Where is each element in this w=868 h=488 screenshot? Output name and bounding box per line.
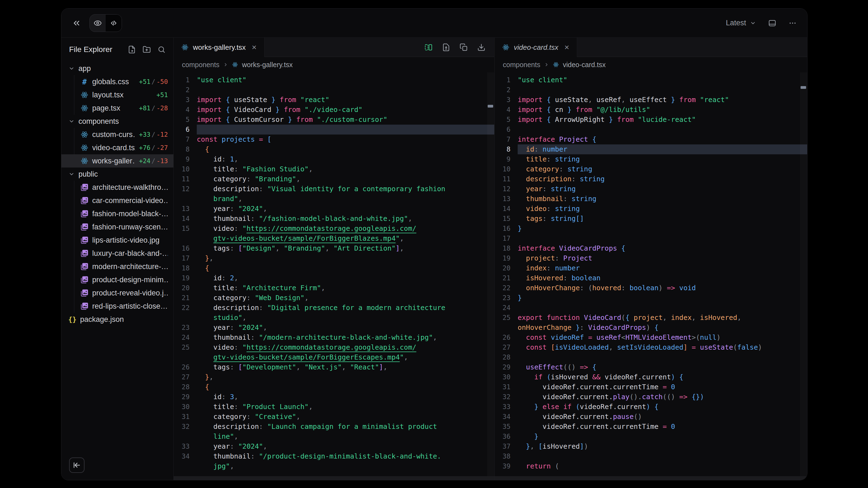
code-line[interactable]: 9 title: string (495, 154, 807, 164)
close-icon[interactable]: × (252, 43, 257, 52)
code-line[interactable]: 23} (495, 293, 807, 303)
horizontal-scrollbar[interactable] (174, 476, 494, 480)
code-line[interactable]: 20 title: "Architecture Firm", (174, 283, 494, 293)
code-line[interactable]: 7const projects = [ (174, 134, 494, 144)
download-icon[interactable] (477, 43, 486, 52)
breadcrumb-folder[interactable]: components (182, 61, 219, 69)
close-icon[interactable]: × (564, 43, 569, 52)
code-line[interactable]: 3import { useState } from "react" (174, 95, 494, 105)
code-line[interactable]: 15 video: "https://commondatastorage.goo… (174, 224, 494, 233)
code-line[interactable]: 7interface Project { (495, 134, 807, 144)
more-options-icon[interactable] (788, 19, 797, 27)
code-line[interactable]: 39 return ( (495, 461, 807, 471)
code-line[interactable]: 31 videoRef.current.currentTime = 0 (495, 382, 807, 392)
file-tree-item[interactable]: {}package.json (61, 313, 174, 326)
file-tree-item[interactable]: lips-artistic-video.jpg (61, 233, 174, 247)
code-line[interactable]: 31 category: "Creative", (174, 412, 494, 422)
code-line[interactable]: 32 videoRef.current.play().catch(() => {… (495, 392, 807, 402)
file-tree-item[interactable]: luxury-car-black-and-… (61, 247, 174, 260)
code-line[interactable]: 32 description: "Launch campaign for a m… (174, 422, 494, 432)
file-tree-item[interactable]: layout.tsx+51 (61, 88, 174, 101)
code-line[interactable]: 21 isHovered: boolean (495, 273, 807, 283)
code-line[interactable]: onHoverChange }: VideoCardProps) { (495, 323, 807, 333)
code-line[interactable]: 33 year: "2024", (174, 442, 494, 451)
new-file-icon[interactable] (128, 45, 136, 54)
code-line[interactable]: 27 }, (174, 372, 494, 382)
file-tree-item[interactable]: car-commercial-video… (61, 194, 174, 207)
code-line[interactable]: gtv-videos-bucket/sample/ForBiggerEscape… (174, 352, 494, 362)
code-line[interactable]: 4import { cn } from "@/lib/utils" (495, 105, 807, 115)
code-line[interactable]: 16 tags: ["Design", "Branding", "Art Dir… (174, 243, 494, 253)
code-line[interactable]: 6 (495, 125, 807, 134)
code-line[interactable]: 5import { CustomCursor } from "./custom-… (174, 115, 494, 125)
code-line[interactable]: 19 project: Project (495, 253, 807, 263)
file-tree-item[interactable]: fashion-model-black-… (61, 207, 174, 220)
code-line[interactable]: 13 year: "2024", (174, 204, 494, 214)
copy-icon[interactable] (460, 43, 468, 52)
file-tree-item[interactable]: architecture-walkthro… (61, 181, 174, 194)
code-line[interactable]: line", (174, 432, 494, 442)
code-line[interactable]: 2 (174, 85, 494, 95)
file-tree-item[interactable]: fashion-runway-scen… (61, 220, 174, 233)
breadcrumb-folder[interactable]: components (503, 61, 540, 69)
code-line[interactable]: 18 { (174, 263, 494, 273)
code-line[interactable]: 13 thumbnail: string (495, 194, 807, 204)
code-line[interactable]: 30 title: "Product Launch", (174, 402, 494, 412)
code-line[interactable]: 28 { (174, 382, 494, 392)
file-tree-item[interactable]: modern-architecture-… (61, 260, 174, 273)
code-line[interactable]: 22 onHoverChange: (hovered: boolean) => … (495, 283, 807, 293)
code-line[interactable]: 29 id: 3, (174, 392, 494, 402)
file-tree-item[interactable]: works-galler…+24/-13 (61, 154, 174, 167)
tab-video-card[interactable]: video-card.tsx × (495, 38, 577, 57)
scrollbar-track[interactable] (800, 72, 807, 476)
file-tree-item[interactable]: red-lips-artistic-close… (61, 299, 174, 313)
code-line[interactable]: 8 id: number (495, 144, 807, 154)
code-line[interactable]: 37 }, [isHovered]) (495, 442, 807, 451)
code-toggle-button[interactable] (106, 14, 122, 32)
code-line[interactable]: 15 tags: string[] (495, 214, 807, 224)
file-tree-item[interactable]: custom-curs…+33/-12 (61, 128, 174, 141)
code-line[interactable]: 12 year: string (495, 184, 807, 194)
code-area-works-gallery[interactable]: 1"use client"23import { useState } from … (174, 72, 494, 480)
code-line[interactable]: 22 description: "Digital presence for a … (174, 303, 494, 313)
code-line[interactable]: 26 const videoRef = useRef<HTMLVideoElem… (495, 333, 807, 343)
split-view-icon[interactable] (424, 43, 433, 52)
preview-toggle-button[interactable] (90, 14, 106, 32)
code-area-video-card[interactable]: 1"use client"23import { useState, useRef… (495, 72, 807, 480)
code-line[interactable]: 38 (495, 451, 807, 461)
new-folder-icon[interactable] (143, 45, 151, 54)
folder-item-public[interactable]: public (61, 167, 174, 181)
code-line[interactable]: 21 category: "Web Design", (174, 293, 494, 303)
code-line[interactable]: 34 thumbnail: "/product-design-minimalis… (174, 451, 494, 461)
file-tree-item[interactable]: product-reveal-video.j… (61, 286, 174, 299)
code-line[interactable]: 8 { (174, 144, 494, 154)
code-line[interactable]: 18interface VideoCardProps { (495, 243, 807, 253)
file-tree-item[interactable]: page.tsx+81/-28 (61, 101, 174, 115)
folder-item-app[interactable]: app (61, 62, 174, 75)
code-line[interactable]: 1"use client" (495, 75, 807, 85)
code-line[interactable]: studio", (174, 313, 494, 323)
code-line[interactable]: jpg", (174, 461, 494, 471)
code-line[interactable]: 23 year: "2024", (174, 323, 494, 333)
code-line[interactable]: 25 video: "https://commondatastorage.goo… (174, 343, 494, 352)
code-line[interactable]: 11 category: "Branding", (174, 174, 494, 184)
code-line[interactable]: 12 description: "Visual identity for a c… (174, 184, 494, 194)
version-selector[interactable]: Latest (726, 19, 756, 27)
collapse-panel-button[interactable] (69, 457, 85, 473)
code-line[interactable]: 3import { useState, useRef, useEffect } … (495, 95, 807, 105)
code-line[interactable]: gtv-videos-bucket/sample/ForBiggerBlazes… (174, 233, 494, 243)
code-line[interactable]: 34 videoRef.current.pause() (495, 412, 807, 422)
code-line[interactable]: 17 }, (174, 253, 494, 263)
file-tree-item[interactable]: #globals.css+51/-50 (61, 75, 174, 88)
code-line[interactable]: 36 } (495, 432, 807, 442)
breadcrumb-file[interactable]: video-card.tsx (563, 61, 606, 69)
code-line[interactable]: 20 index: number (495, 263, 807, 273)
collapse-sidebar-icon[interactable] (72, 19, 81, 28)
code-line[interactable]: 14 thumbnail: "/fashion-model-black-and-… (174, 214, 494, 224)
horizontal-scrollbar[interactable] (495, 476, 807, 480)
code-line[interactable]: 2 (495, 85, 807, 95)
code-line[interactable]: 10 category: string (495, 164, 807, 174)
code-line[interactable]: 27 const [isVideoLoaded, setIsVideoLoade… (495, 343, 807, 352)
code-line[interactable]: 33 } else if (videoRef.current) { (495, 402, 807, 412)
code-line[interactable]: 14 video: string (495, 204, 807, 214)
